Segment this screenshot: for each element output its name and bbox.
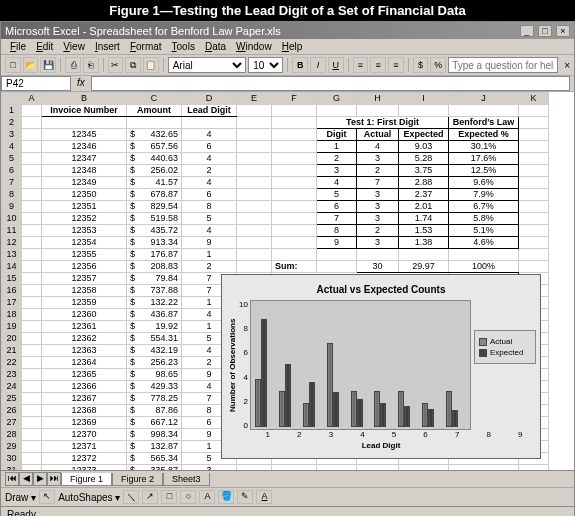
- align-right-icon[interactable]: ≡: [388, 57, 404, 73]
- cell-D2[interactable]: [182, 117, 237, 129]
- cell-C18[interactable]: 436.87: [127, 309, 182, 321]
- cell-C30[interactable]: 565.34: [127, 453, 182, 465]
- row-header[interactable]: 26: [2, 405, 22, 417]
- cell-G31[interactable]: [317, 465, 357, 471]
- cell-B30[interactable]: 12372: [42, 453, 127, 465]
- cell-A18[interactable]: [22, 309, 42, 321]
- col-header-H[interactable]: H: [357, 93, 399, 105]
- cell-A15[interactable]: [22, 273, 42, 285]
- sheet-tab[interactable]: Figure 2: [112, 473, 163, 486]
- cell-C23[interactable]: 98.65: [127, 369, 182, 381]
- cell-F6[interactable]: [272, 165, 317, 177]
- cell-A23[interactable]: [22, 369, 42, 381]
- cell-A11[interactable]: [22, 225, 42, 237]
- cell-C31[interactable]: 335.87: [127, 465, 182, 471]
- cell-K6[interactable]: [519, 165, 549, 177]
- cell-B8[interactable]: 12350: [42, 189, 127, 201]
- cell-G11[interactable]: 8: [317, 225, 357, 237]
- cell-G6[interactable]: 3: [317, 165, 357, 177]
- cell-C2[interactable]: [127, 117, 182, 129]
- cell-C17[interactable]: 132.22: [127, 297, 182, 309]
- cell-H12[interactable]: 3: [357, 237, 399, 249]
- cell-K8[interactable]: [519, 189, 549, 201]
- cell-C25[interactable]: 778.25: [127, 393, 182, 405]
- cell-B28[interactable]: 12370: [42, 429, 127, 441]
- cell-A10[interactable]: [22, 213, 42, 225]
- cell-C1[interactable]: Amount: [127, 105, 182, 117]
- cell-E12[interactable]: [237, 237, 272, 249]
- cell-J7[interactable]: 9.6%: [449, 177, 519, 189]
- cell-I11[interactable]: 1.53: [399, 225, 449, 237]
- align-left-icon[interactable]: ≡: [353, 57, 369, 73]
- cell-K4[interactable]: [519, 141, 549, 153]
- cell-C7[interactable]: 41.57: [127, 177, 182, 189]
- italic-icon[interactable]: I: [310, 57, 326, 73]
- fx-icon[interactable]: fx: [71, 76, 91, 91]
- cell-B5[interactable]: 12347: [42, 153, 127, 165]
- formula-bar[interactable]: [91, 76, 570, 91]
- menu-edit[interactable]: Edit: [31, 40, 58, 53]
- row-header[interactable]: 6: [2, 165, 22, 177]
- cell-J2[interactable]: Benford's Law: [449, 117, 519, 129]
- cell-K1[interactable]: [519, 105, 549, 117]
- menu-tools[interactable]: Tools: [167, 40, 200, 53]
- cell-B24[interactable]: 12366: [42, 381, 127, 393]
- row-header[interactable]: 29: [2, 441, 22, 453]
- cell-B23[interactable]: 12365: [42, 369, 127, 381]
- menu-format[interactable]: Format: [125, 40, 167, 53]
- row-header[interactable]: 8: [2, 189, 22, 201]
- cell-K2[interactable]: [519, 117, 549, 129]
- cell-C15[interactable]: 79.84: [127, 273, 182, 285]
- cell-I8[interactable]: 2.37: [399, 189, 449, 201]
- cell-G12[interactable]: 9: [317, 237, 357, 249]
- cell-J4[interactable]: 30.1%: [449, 141, 519, 153]
- cell-J3[interactable]: Expected %: [449, 129, 519, 141]
- row-header[interactable]: 22: [2, 357, 22, 369]
- copy-icon[interactable]: ⧉: [125, 57, 141, 73]
- cell-C28[interactable]: 998.34: [127, 429, 182, 441]
- cell-I4[interactable]: 9.03: [399, 141, 449, 153]
- menu-view[interactable]: View: [58, 40, 90, 53]
- cell-D13[interactable]: 1: [182, 249, 237, 261]
- doc-close-icon[interactable]: ×: [564, 60, 570, 71]
- row-header[interactable]: 28: [2, 429, 22, 441]
- cell-A31[interactable]: [22, 465, 42, 471]
- cell-H4[interactable]: 4: [357, 141, 399, 153]
- cell-A28[interactable]: [22, 429, 42, 441]
- cell-H7[interactable]: 7: [357, 177, 399, 189]
- cell-J13[interactable]: [449, 249, 519, 261]
- cell-C8[interactable]: 678.87: [127, 189, 182, 201]
- cell-A30[interactable]: [22, 453, 42, 465]
- cell-A20[interactable]: [22, 333, 42, 345]
- cell-E3[interactable]: [237, 129, 272, 141]
- cell-G3[interactable]: Digit: [317, 129, 357, 141]
- col-header-F[interactable]: F: [272, 93, 317, 105]
- cell-F5[interactable]: [272, 153, 317, 165]
- print-icon[interactable]: ⎙: [65, 57, 81, 73]
- cell-C21[interactable]: 432.19: [127, 345, 182, 357]
- cell-A26[interactable]: [22, 405, 42, 417]
- cell-A24[interactable]: [22, 381, 42, 393]
- cell-E7[interactable]: [237, 177, 272, 189]
- cell-I3[interactable]: Expected: [399, 129, 449, 141]
- cell-F2[interactable]: [272, 117, 317, 129]
- row-header[interactable]: 2: [2, 117, 22, 129]
- cell-I7[interactable]: 2.88: [399, 177, 449, 189]
- cell-H5[interactable]: 3: [357, 153, 399, 165]
- cell-G1[interactable]: [317, 105, 357, 117]
- cell-C10[interactable]: 519.58: [127, 213, 182, 225]
- cell-B15[interactable]: 12357: [42, 273, 127, 285]
- menu-window[interactable]: Window: [231, 40, 277, 53]
- cell-C27[interactable]: 667.12: [127, 417, 182, 429]
- font-color-icon[interactable]: A: [256, 490, 272, 504]
- cell-A1[interactable]: [22, 105, 42, 117]
- cell-J12[interactable]: 4.6%: [449, 237, 519, 249]
- row-header[interactable]: 23: [2, 369, 22, 381]
- col-header-E[interactable]: E: [237, 93, 272, 105]
- cell-C11[interactable]: 435.72: [127, 225, 182, 237]
- cell-A3[interactable]: [22, 129, 42, 141]
- row-header[interactable]: 4: [2, 141, 22, 153]
- row-header[interactable]: 1: [2, 105, 22, 117]
- col-header-C[interactable]: C: [127, 93, 182, 105]
- cell-C3[interactable]: 432.65: [127, 129, 182, 141]
